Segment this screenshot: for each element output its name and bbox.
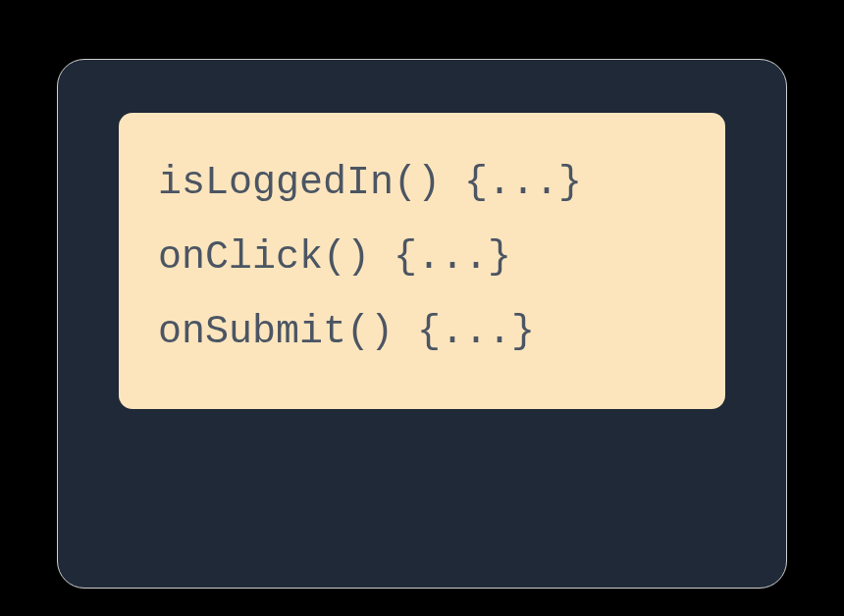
code-line: isLoggedIn() {...} (158, 146, 686, 221)
code-block: isLoggedIn() {...} onClick() {...} onSub… (119, 113, 725, 409)
code-line: onSubmit() {...} (158, 295, 686, 370)
code-panel: isLoggedIn() {...} onClick() {...} onSub… (57, 59, 787, 589)
code-line: onClick() {...} (158, 221, 686, 295)
